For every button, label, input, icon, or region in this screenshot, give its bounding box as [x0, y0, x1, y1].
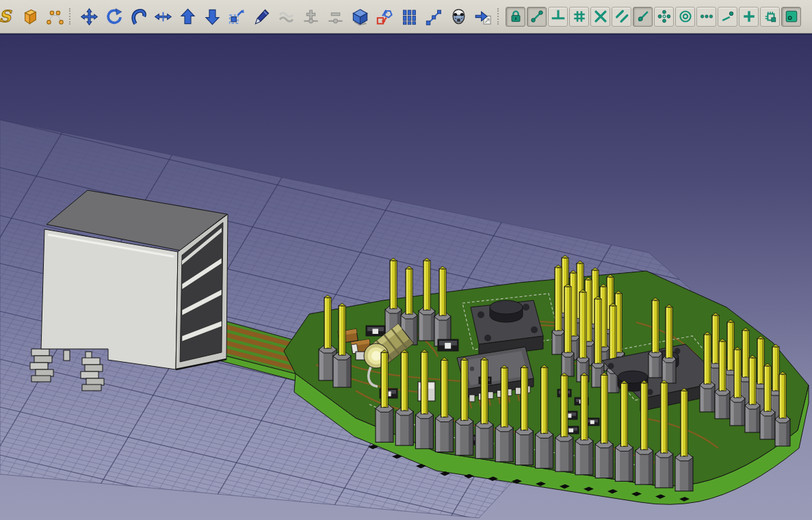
perpendicular-icon [551, 9, 566, 24]
header-base [515, 428, 533, 465]
header-base [760, 408, 775, 439]
header-pin [742, 328, 749, 377]
add-constraint-tool-button[interactable] [739, 7, 759, 27]
export-step-tool-button[interactable] [471, 5, 495, 28]
header-base [419, 307, 435, 341]
rotate-tool-button[interactable] [102, 5, 125, 28]
scale-tool-button[interactable] [225, 5, 248, 28]
header-base [715, 388, 730, 419]
chip-pads-icon [763, 9, 778, 24]
header-base [636, 447, 653, 484]
more-constraints-tool-button[interactable] [696, 7, 716, 27]
header-base [700, 381, 715, 412]
tactile-switch-1[interactable] [471, 300, 543, 357]
tangent-tool-button[interactable] [633, 7, 653, 27]
header-base [662, 355, 676, 383]
toolbar-group-modify-tools [77, 5, 495, 28]
concentric-icon [678, 9, 693, 24]
kicad-stepup-tool-button[interactable] [447, 5, 470, 28]
symmetric-tool-button[interactable] [569, 7, 589, 27]
parallel-icon [614, 9, 629, 24]
header-base [456, 417, 473, 455]
bezier-tool-button[interactable] [43, 5, 66, 28]
coincident-tool-button[interactable] [527, 7, 547, 27]
edit-tool-button[interactable] [250, 5, 273, 28]
draft-to-sketch-icon [376, 8, 394, 26]
toolbar-group-pcb-constraint-tools [505, 7, 802, 27]
array-tool-button[interactable] [397, 5, 421, 28]
header-base [595, 441, 613, 478]
angle-tool-button[interactable] [718, 7, 737, 27]
stretch-tool-button[interactable] [151, 5, 174, 28]
perpendicular-tool-button[interactable] [548, 7, 568, 27]
offset-tool-button[interactable] [127, 5, 150, 28]
svg-text:S: S [0, 8, 12, 26]
tangent-icon [636, 9, 651, 24]
draft-solid-icon [21, 8, 40, 26]
header-base [495, 424, 513, 462]
equal-tool-button[interactable] [654, 7, 674, 27]
add-point-tool-button[interactable] [299, 5, 322, 28]
move-icon [80, 8, 99, 26]
header-pin [704, 332, 711, 384]
array-icon [400, 8, 419, 26]
header-pin [666, 304, 672, 358]
equal-icon [657, 9, 672, 24]
header-pin [594, 296, 601, 363]
downgrade-tool-button[interactable] [200, 5, 224, 28]
scale-icon [228, 8, 246, 26]
header-pin [324, 295, 331, 348]
draft-solid-tool-button[interactable] [18, 5, 42, 28]
upgrade-tool-button[interactable] [176, 5, 199, 28]
draft-to-sketch-tool-button[interactable] [373, 5, 396, 28]
export-icon [474, 8, 493, 26]
header-pin [339, 303, 345, 355]
header-base [376, 404, 393, 442]
header-pin [719, 339, 726, 391]
coincident-icon [529, 9, 545, 24]
header-pin [461, 357, 468, 420]
header-pin [381, 350, 388, 407]
header-base [536, 430, 553, 468]
approximate-tool-button[interactable] [274, 5, 298, 28]
header-pin [501, 365, 508, 427]
move-tool-button[interactable] [77, 5, 101, 28]
header-pin [764, 363, 771, 411]
logo-s-button[interactable]: S [0, 5, 17, 28]
edit-icon [252, 8, 271, 26]
header-pin [579, 289, 586, 358]
parallel-tool-button[interactable] [612, 7, 631, 27]
remove-point-icon [326, 8, 345, 26]
header-pin [620, 380, 627, 446]
header-pin [555, 265, 562, 330]
toolbar-separator [69, 8, 73, 25]
header-pin [581, 373, 588, 440]
shape-2d-view-tool-button[interactable] [348, 5, 371, 28]
smd-chip [438, 339, 458, 351]
path-array-tool-button[interactable] [422, 5, 445, 28]
header-base [415, 411, 433, 449]
chip-pin1-dot [470, 367, 474, 371]
concentric-tool-button[interactable] [675, 7, 695, 27]
remove-point-tool-button[interactable] [324, 5, 347, 28]
offset-icon [129, 8, 148, 26]
rotate-icon [105, 8, 123, 26]
header-base [655, 450, 673, 488]
header-pin [772, 344, 779, 391]
lock-icon [508, 9, 523, 24]
header-pin [521, 365, 527, 430]
s-logo-icon: S [0, 8, 15, 26]
ellipsis-icon [699, 9, 714, 24]
header-pin [652, 298, 659, 352]
header-pin [564, 284, 571, 352]
lock-tool-button[interactable] [506, 7, 525, 27]
block-tool-button[interactable] [590, 7, 610, 27]
pad-toggle-tool-button[interactable] [781, 7, 801, 27]
upgrade-icon [179, 8, 197, 26]
usb-front-face [41, 229, 178, 369]
header-base [555, 434, 573, 471]
footprint-tool-button[interactable] [760, 7, 780, 27]
header-pin [712, 313, 719, 363]
header-pin [406, 266, 412, 314]
3d-viewport[interactable] [0, 34, 812, 520]
